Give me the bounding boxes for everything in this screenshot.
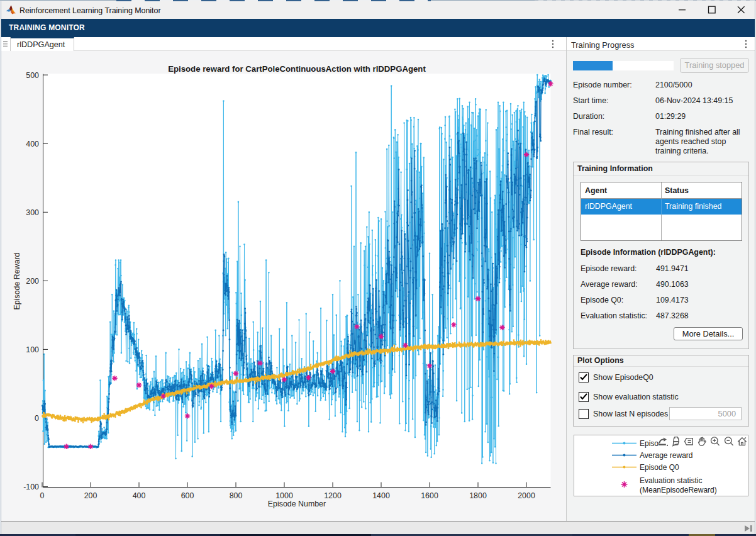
svg-text:Average reward: Average reward — [640, 451, 693, 460]
svg-text:Evaluation statistic: Evaluation statistic — [640, 476, 702, 485]
svg-text:(MeanEpisodeReward): (MeanEpisodeReward) — [640, 486, 717, 494]
svg-text:Episode Q0: Episode Q0 — [640, 463, 679, 472]
